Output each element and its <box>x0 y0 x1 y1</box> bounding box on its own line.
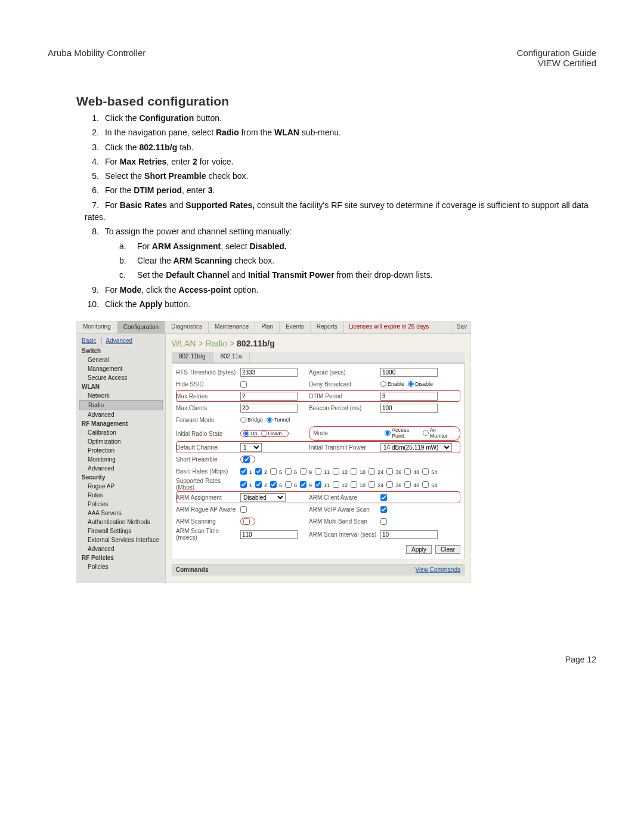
top-tab-plan[interactable]: Plan <box>255 321 280 333</box>
input-beacon[interactable] <box>380 404 438 413</box>
check-supported-rate-2[interactable] <box>255 481 262 488</box>
sidebar-item-radio[interactable]: Radio <box>79 400 163 410</box>
check-arm-client-aware[interactable] <box>380 494 387 501</box>
check-short-preamble[interactable] <box>243 456 250 463</box>
check-basic-rate-54[interactable] <box>422 468 429 475</box>
check-basic-rate-11[interactable] <box>315 468 321 475</box>
check-basic-rate-24[interactable] <box>369 468 375 475</box>
sidebar-item-roles[interactable]: Roles <box>79 491 163 500</box>
check-arm-rogue-ap[interactable] <box>240 506 247 513</box>
input-rts[interactable] <box>240 368 298 377</box>
input-dtim[interactable] <box>380 392 438 401</box>
label-mode: Mode <box>313 430 385 436</box>
sidebar-item-optimization[interactable]: Optimization <box>79 437 163 446</box>
input-ageout[interactable] <box>380 368 438 377</box>
step-5: 5. Select the Short Preamble check box. <box>85 170 596 182</box>
check-basic-rate-18[interactable] <box>351 468 357 475</box>
top-tab-reports[interactable]: Reports <box>311 321 344 333</box>
view-commands-link[interactable]: View Commands <box>416 566 460 573</box>
sidebar-item-management[interactable]: Management <box>79 364 163 373</box>
save-button[interactable]: Sav <box>453 321 470 333</box>
sidebar-item-general[interactable]: General <box>79 355 163 364</box>
sidebar-item-calibration[interactable]: Calibration <box>79 428 163 437</box>
check-supported-rate-6[interactable] <box>285 481 292 488</box>
top-tab-configuration[interactable]: Configuration <box>117 321 165 333</box>
check-basic-rate-1[interactable] <box>240 468 247 475</box>
doc-header: Aruba Mobility Controller Configuration … <box>48 48 596 68</box>
sidebar-item-policies[interactable]: Policies <box>79 500 163 509</box>
radio-mode-airmon[interactable] <box>423 430 429 436</box>
select-initial-tx-power[interactable]: 14 dBm(25.119 mW) <box>380 443 452 452</box>
apply-button[interactable]: Apply <box>406 545 432 554</box>
sidebar-item-advanced[interactable]: Advanced <box>79 410 163 419</box>
check-supported-rate-5[interactable] <box>270 481 277 488</box>
top-tab-events[interactable]: Events <box>280 321 311 333</box>
label-arm-rogue-ap: ARM Rogue AP Aware <box>176 506 240 513</box>
step-3: 3. Click the 802.11b/g tab. <box>85 141 596 153</box>
sidebar-item-monitoring[interactable]: Monitoring <box>79 455 163 464</box>
check-hide-ssid[interactable] <box>240 381 247 388</box>
inner-tab-80211a[interactable]: 802.11a <box>213 352 250 363</box>
sidebar-item-rogue-ap[interactable]: Rogue AP <box>79 482 163 491</box>
input-max-retries[interactable] <box>240 392 298 401</box>
sidebar-item-policies[interactable]: Policies <box>79 562 163 571</box>
sidebar-item-firewall-settings[interactable]: Firewall Settings <box>79 527 163 535</box>
radio-deny-enable[interactable] <box>380 381 386 387</box>
check-basic-rate-36[interactable] <box>386 468 393 475</box>
check-supported-rate-24[interactable] <box>369 481 375 488</box>
radio-irs-up[interactable] <box>243 431 249 436</box>
sidebar-link-advanced[interactable]: Advanced <box>104 336 135 345</box>
top-tab-diagnostics[interactable]: Diagnostics <box>165 321 209 333</box>
sidebar-item-protection[interactable]: Protection <box>79 446 163 455</box>
label-arm-multiband: ARM Multi Band Scan <box>309 518 380 525</box>
select-default-channel[interactable]: 1 <box>240 443 262 452</box>
input-max-clients[interactable] <box>240 404 298 413</box>
sidebar-item-external-services-interface[interactable]: External Services Interface <box>79 535 163 544</box>
check-basic-rate-12[interactable] <box>333 468 339 475</box>
check-supported-rate-1[interactable] <box>240 481 247 488</box>
sidebar-item-aaa-servers[interactable]: AAA Servers <box>79 509 163 518</box>
check-basic-rate-5[interactable] <box>270 468 277 475</box>
sidebar-item-advanced[interactable]: Advanced <box>79 544 163 553</box>
form-area: RTS Threshold (bytes) Ageout (secs) Hide… <box>172 363 465 559</box>
check-basic-rate-2[interactable] <box>255 468 262 475</box>
check-basic-rate-6[interactable] <box>285 468 292 475</box>
sidebar-head-wlan: WLAN <box>79 382 163 391</box>
check-supported-rate-18[interactable] <box>351 481 357 488</box>
sidebar-item-authentication-methods[interactable]: Authentication Methods <box>79 518 163 527</box>
check-supported-rate-36[interactable] <box>386 481 393 488</box>
sidebar-item-secure-access[interactable]: Secure Access <box>79 373 163 382</box>
sidebar-item-network[interactable]: Network <box>79 391 163 400</box>
check-basic-rate-9[interactable] <box>300 468 306 475</box>
radio-forward-bridge[interactable] <box>240 417 246 423</box>
label-beacon: Beacon Period (ms) <box>309 405 380 411</box>
sidebar-item-advanced[interactable]: Advanced <box>79 464 163 473</box>
check-arm-voip-scan[interactable] <box>380 506 387 513</box>
step-4: 4. For Max Retries, enter 2 for voice. <box>85 156 596 168</box>
check-supported-rate-54[interactable] <box>422 481 429 488</box>
sidebar-link-basic[interactable]: Basic <box>79 336 98 345</box>
check-supported-rate-12[interactable] <box>333 481 339 488</box>
input-arm-scan-interval[interactable] <box>380 530 438 539</box>
select-arm-assignment[interactable]: Disabled <box>240 493 286 502</box>
radio-deny-disable[interactable] <box>408 381 414 387</box>
check-basic-rate-48[interactable] <box>404 468 411 475</box>
top-tab-maintenance[interactable]: Maintenance <box>209 321 255 333</box>
inner-tab-80211bg[interactable]: 802.11b/g <box>172 352 213 363</box>
check-supported-rate-11[interactable] <box>315 481 321 488</box>
radio-mode-ap[interactable] <box>385 430 391 436</box>
label-default-channel: Default Channel <box>176 444 240 451</box>
section-title: Web-based configuration <box>76 94 596 109</box>
check-arm-multiband[interactable] <box>380 518 387 525</box>
check-supported-rate-48[interactable] <box>404 481 411 488</box>
radio-forward-tunnel[interactable] <box>267 417 273 423</box>
clear-button[interactable]: Clear <box>435 545 460 554</box>
check-arm-scanning[interactable] <box>243 518 250 525</box>
header-right-1: Configuration Guide <box>517 48 596 58</box>
radio-irs-down[interactable] <box>261 431 267 436</box>
top-tab-monitoring[interactable]: Monitoring <box>77 321 117 333</box>
check-supported-rate-9[interactable] <box>300 481 306 488</box>
label-arm-voip-scan: ARM VoIP Aware Scan <box>309 506 380 513</box>
input-arm-scan-time[interactable] <box>240 530 298 539</box>
commands-bar: Commands View Commands <box>172 564 465 575</box>
